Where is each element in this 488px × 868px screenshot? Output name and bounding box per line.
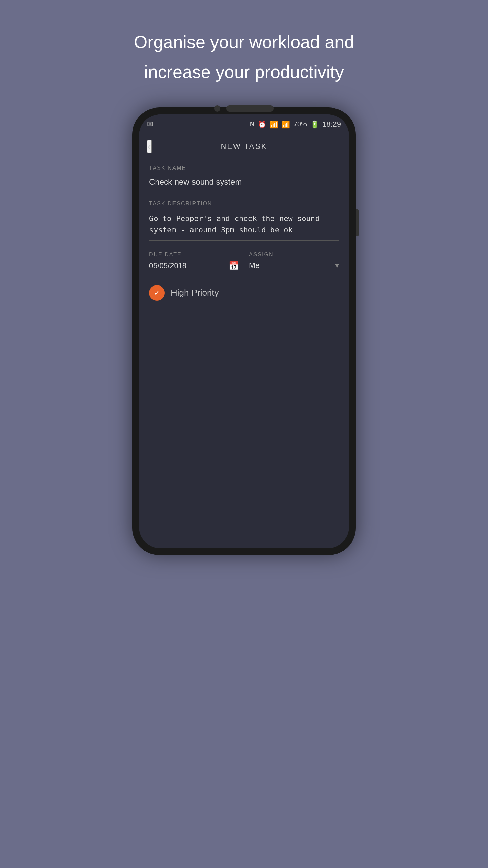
checkmark-icon: ✓ [154, 289, 160, 297]
task-name-label: TASK NAME [149, 165, 339, 171]
nfc-icon: N [250, 121, 255, 128]
nav-bar: ‹ NEW TASK [139, 135, 349, 158]
status-time: 18:29 [322, 120, 341, 129]
due-date-value[interactable]: 05/05/2018 [149, 261, 229, 270]
headline: Organise your workload and increase your… [93, 27, 395, 87]
wifi-icon: 📶 [270, 120, 278, 129]
signal-icon: 📶 [282, 120, 290, 129]
chevron-down-icon[interactable]: ▾ [335, 261, 339, 270]
battery-percent: 70% [293, 120, 307, 128]
headline-line2: increase your productivity [134, 57, 354, 87]
date-assign-row: DUE DATE 05/05/2018 📅 ASSIGN Me ▾ [149, 252, 339, 275]
back-button[interactable]: ‹ [147, 140, 152, 153]
task-desc-label: TASK DESCRIPTION [149, 201, 339, 207]
task-name-input[interactable] [149, 175, 339, 191]
app-content: ‹ NEW TASK TASK NAME TASK DESCRIPTION Go… [139, 135, 349, 548]
status-bar: ✉ N ⏰ 📶 📶 70% 🔋 18:29 [139, 114, 349, 135]
calendar-icon[interactable]: 📅 [229, 261, 239, 271]
camera-area [214, 105, 274, 112]
assign-value[interactable]: Me [249, 261, 335, 270]
page-title: NEW TASK [221, 142, 267, 151]
due-date-label: DUE DATE [149, 252, 239, 258]
assign-label: ASSIGN [249, 252, 339, 258]
speaker-bar [226, 105, 274, 112]
assign-field: ASSIGN Me ▾ [249, 252, 339, 275]
alarm-icon: ⏰ [258, 120, 266, 129]
task-desc-input[interactable]: Go to Pepper's and check the new sound s… [149, 210, 339, 241]
camera-dot [214, 105, 220, 112]
mail-icon: ✉ [147, 120, 153, 129]
priority-label: High Priority [171, 288, 219, 298]
priority-checkbox[interactable]: ✓ [149, 285, 165, 301]
due-date-field: DUE DATE 05/05/2018 📅 [149, 252, 239, 275]
battery-icon: 🔋 [310, 120, 319, 129]
task-desc-field: TASK DESCRIPTION Go to Pepper's and chec… [149, 201, 339, 252]
task-form: TASK NAME TASK DESCRIPTION Go to Pepper'… [139, 158, 349, 548]
priority-row: ✓ High Priority [149, 285, 339, 301]
side-button [356, 209, 359, 236]
phone-mockup: ✉ N ⏰ 📶 📶 70% 🔋 18:29 ‹ NEW TASK [132, 107, 356, 555]
headline-line1: Organise your workload and [134, 27, 354, 57]
task-name-field: TASK NAME [149, 165, 339, 201]
